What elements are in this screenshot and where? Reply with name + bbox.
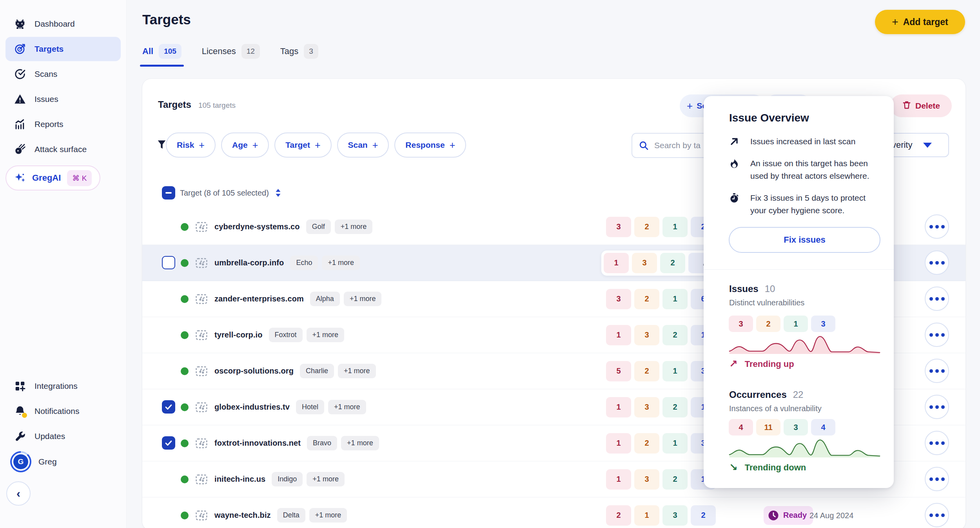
issue-count-sev1[interactable]: 2 [606, 505, 631, 526]
target-more-tags[interactable]: +1 more [309, 508, 347, 523]
fix-issues-button[interactable]: Fix issues [729, 227, 880, 253]
filter-pill-age[interactable]: Age+ [221, 132, 269, 158]
occurrences-severity-badges: 41134 [729, 419, 835, 435]
issue-count-sev3[interactable]: 1 [662, 289, 688, 309]
row-checkbox-checked[interactable] [162, 436, 175, 450]
target-name[interactable]: oscorp-solutions.org [214, 367, 294, 376]
issue-count-sev3[interactable]: 2 [662, 397, 688, 417]
row-actions-button[interactable] [925, 503, 949, 527]
sidebar-item-attack-surface[interactable]: Attack surface [5, 137, 121, 161]
sidebar-item-issues[interactable]: Issues [5, 87, 121, 111]
sidebar-item-integrations[interactable]: Integrations [5, 374, 121, 398]
row-actions-button[interactable] [925, 250, 949, 275]
select-all-checkbox[interactable] [162, 186, 175, 200]
ellipsis-dot [929, 441, 933, 445]
issue-count-sev1[interactable]: 5 [606, 361, 631, 381]
issue-count-sev3[interactable]: 2 [662, 469, 688, 490]
issue-count-sev3[interactable]: 2 [660, 253, 685, 273]
sidebar-item-reports[interactable]: Reports [5, 112, 121, 136]
issue-count-sev1[interactable]: 1 [606, 433, 631, 454]
issue-count-sev2[interactable]: 2 [634, 217, 659, 237]
row-actions-button[interactable] [925, 467, 949, 491]
issue-count-sev4[interactable]: 2 [691, 505, 716, 526]
issue-count-sev1[interactable]: 1 [606, 325, 631, 345]
table-row[interactable]: wayne-tech.bizDelta+1 more2132Ready24 Au… [142, 497, 965, 528]
row-actions-button[interactable] [925, 395, 949, 419]
add-target-button[interactable]: + Add target [875, 10, 965, 34]
issue-count-sev1[interactable]: 3 [606, 289, 631, 309]
target-tag[interactable]: Golf [306, 220, 331, 234]
issue-count-sev2[interactable]: 3 [634, 397, 659, 417]
issue-count-sev1[interactable]: 3 [606, 217, 631, 237]
target-name[interactable]: initech-inc.us [214, 475, 265, 484]
ellipsis-dot [941, 405, 945, 409]
target-name[interactable]: foxtrot-innovations.net [214, 439, 301, 448]
target-more-tags[interactable]: +1 more [341, 436, 379, 450]
target-name[interactable]: tyrell-corp.io [214, 330, 263, 339]
sidebar-item-notifications[interactable]: Notifications [5, 399, 121, 423]
row-actions-button[interactable] [925, 323, 949, 347]
target-tag[interactable]: Charlie [300, 364, 334, 378]
target-tag[interactable]: Indigo [272, 472, 303, 486]
filter-pill-target[interactable]: Target+ [274, 132, 331, 158]
sidebar-item-updates[interactable]: Updates [5, 424, 121, 448]
sidebar-item-targets[interactable]: Targets [5, 37, 121, 61]
issue-count-sev2[interactable]: 2 [634, 433, 659, 454]
row-checkbox-checked[interactable] [162, 400, 175, 414]
sort-icon[interactable] [275, 189, 281, 197]
filter-pill-risk[interactable]: Risk+ [166, 132, 216, 158]
filter-pill-scan[interactable]: Scan+ [337, 132, 389, 158]
row-actions-button[interactable] [925, 214, 949, 239]
target-more-tags[interactable]: +1 more [344, 292, 382, 306]
user-menu[interactable]: GGreg [5, 449, 121, 474]
target-tag[interactable]: Foxtrot [269, 328, 303, 342]
target-name[interactable]: cyberdyne-systems.co [214, 222, 300, 231]
target-more-tags[interactable]: +1 more [328, 400, 366, 414]
target-name[interactable]: globex-industries.tv [214, 403, 290, 412]
delete-button[interactable]: Delete [890, 94, 952, 117]
target-more-tags[interactable]: +1 more [307, 472, 345, 486]
gregai-button[interactable]: GregAI ⌘ K [5, 165, 100, 191]
sidebar-item-dashboard[interactable]: Dashboard [5, 12, 121, 36]
issue-count-sev1[interactable]: 1 [606, 469, 631, 490]
row-actions-button[interactable] [925, 359, 949, 383]
popover-item: An issue on this target has been used by… [729, 157, 870, 182]
target-name[interactable]: wayne-tech.biz [214, 511, 271, 520]
sidebar-collapse-button[interactable]: ‹ [6, 481, 31, 506]
target-name[interactable]: zander-enterprises.com [214, 294, 304, 303]
tab-tags[interactable]: Tags3 [280, 44, 318, 67]
issue-count-sev3[interactable]: 1 [662, 433, 688, 454]
tab-all[interactable]: All105 [142, 44, 181, 67]
issue-count-sev2[interactable]: 3 [634, 469, 659, 490]
issue-count-sev1[interactable]: 1 [604, 253, 629, 273]
plus-icon: + [892, 16, 898, 28]
target-tag[interactable]: Hotel [296, 400, 324, 414]
issue-count-sev2[interactable]: 2 [634, 361, 659, 381]
sidebar-item-scans[interactable]: Scans [5, 62, 121, 86]
issue-count-sev3[interactable]: 1 [662, 361, 688, 381]
issue-count-sev2[interactable]: 3 [634, 325, 659, 345]
target-more-tags[interactable]: +1 more [307, 328, 345, 342]
issue-count-sev2[interactable]: 1 [634, 505, 659, 526]
issue-count-sev3[interactable]: 2 [662, 325, 688, 345]
occurrences-badge-sev3: 3 [784, 419, 808, 435]
row-actions-button[interactable] [925, 431, 949, 455]
target-more-tags[interactable]: +1 more [335, 220, 373, 234]
filter-pill-response[interactable]: Response+ [394, 132, 466, 158]
issue-count-sev3[interactable]: 1 [662, 217, 688, 237]
target-more-tags[interactable]: +1 more [338, 364, 376, 378]
sidebar-item-label: Issues [34, 94, 58, 104]
row-checkbox[interactable] [162, 256, 175, 269]
issue-count-sev2[interactable]: 3 [632, 253, 657, 273]
target-tag[interactable]: Bravo [307, 436, 337, 450]
target-tag[interactable]: Alpha [310, 292, 340, 306]
issue-count-sev2[interactable]: 2 [634, 289, 659, 309]
row-actions-button[interactable] [925, 287, 949, 311]
target-more-tags[interactable]: +1 more [322, 256, 360, 270]
target-name[interactable]: umbrella-corp.info [214, 258, 284, 267]
tab-licenses[interactable]: Licenses12 [202, 44, 260, 67]
target-tag[interactable]: Echo [290, 256, 318, 270]
issue-count-sev1[interactable]: 1 [606, 397, 631, 417]
issue-count-sev3[interactable]: 3 [662, 505, 688, 526]
target-tag[interactable]: Delta [277, 508, 305, 523]
